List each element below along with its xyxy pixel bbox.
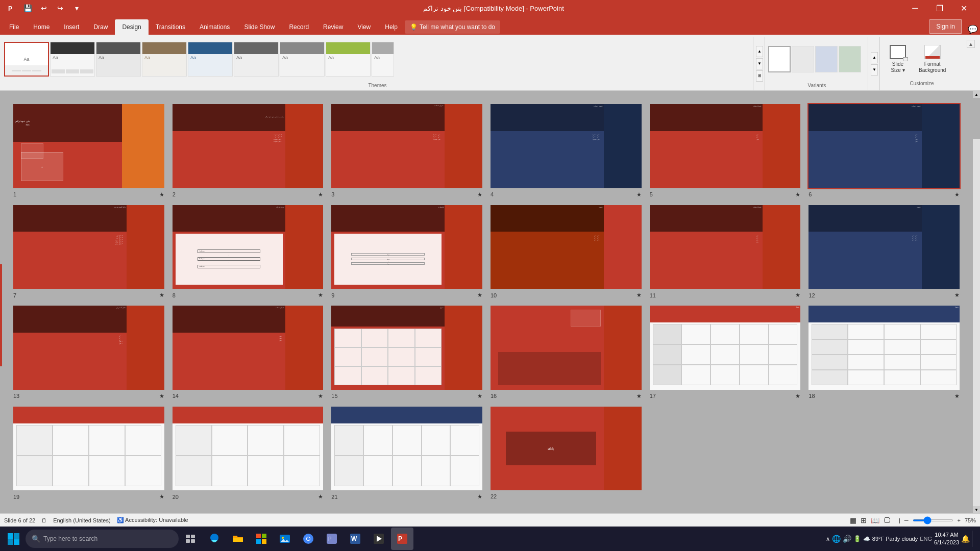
slide-item-13[interactable]: دلایل گسترش • متن• متن• متن• متن• متن 13…	[12, 305, 165, 399]
tab-design[interactable]: Design	[115, 19, 148, 35]
slide-thumb-6[interactable]: عنوان اسلاید متنمتنمتنمتن	[807, 103, 961, 189]
slide-thumb-19[interactable]	[12, 406, 165, 492]
photos-button[interactable]	[274, 528, 296, 550]
variant-item-4[interactable]	[839, 46, 861, 72]
tab-file[interactable]: File	[2, 19, 26, 35]
slide-item-18[interactable]: جدول	[807, 305, 961, 399]
slide-item-16[interactable]: 16★	[489, 305, 643, 399]
slide-item-19[interactable]: 19★	[12, 406, 165, 500]
themes-more[interactable]: ⊞	[756, 70, 763, 82]
tab-transitions[interactable]: Transitions	[149, 19, 192, 35]
slide-item-5[interactable]: عنوان اسلاید متنمتنمتن 5★	[649, 103, 802, 198]
slide-item-10[interactable]: عنوان متن متنمتن متنمتن متن 10★	[489, 204, 643, 299]
slide-panel[interactable]: بتن خود تراکمSCC ● 1★	[0, 91, 973, 513]
slide-item-6[interactable]: عنوان اسلاید متنمتنمتنمتن 6★	[807, 103, 961, 198]
media-button[interactable]	[368, 528, 390, 550]
variants-scroll-up[interactable]: ▲	[871, 52, 878, 63]
theme-item-5[interactable]: Aa	[188, 42, 233, 77]
scroll-up-button[interactable]: ▲	[973, 91, 980, 98]
zoom-out-button[interactable]: ─	[904, 517, 909, 523]
show-desktop-button[interactable]	[972, 531, 974, 547]
slide-thumb-4[interactable]: عنوان اسلاید متن محتوامتن محتوامتن محتوا	[489, 103, 643, 189]
theme-item-7[interactable]: Aa	[280, 42, 325, 77]
slide-item-8[interactable]: نمودار جریان مرحله ۱ ↓ مرحله ۲ ↓ مرحله ۳…	[172, 204, 325, 299]
slide-item-3[interactable]: عنوان اسلاید متن محتوامتن محتوامتن محتوا…	[330, 103, 483, 198]
normal-view-button[interactable]: ▦	[850, 516, 856, 524]
slide-thumb-3[interactable]: عنوان اسلاید متن محتوامتن محتوامتن محتوا	[330, 103, 483, 189]
tab-review[interactable]: Review	[316, 19, 350, 35]
sign-in-button[interactable]: Sign in	[929, 19, 962, 34]
network-icon[interactable]: 🌐	[832, 535, 841, 543]
undo-button[interactable]: ↩	[37, 3, 51, 14]
tab-draw[interactable]: Draw	[86, 19, 115, 35]
slide-item-14[interactable]: عنوان اسلاید متنمتنمتن 14★	[172, 305, 325, 399]
variant-item-2[interactable]	[792, 46, 814, 72]
reading-view-button[interactable]: 📖	[871, 516, 879, 524]
notes-button[interactable]: 🗒	[41, 517, 47, 523]
theme-item-9[interactable]: Aa	[372, 42, 394, 77]
variant-item-1[interactable]	[768, 46, 791, 72]
slide-thumb-8[interactable]: نمودار جریان مرحله ۱ ↓ مرحله ۲ ↓ مرحله ۳	[172, 204, 325, 290]
comments-button[interactable]: 💬	[966, 23, 980, 35]
word-button[interactable]: W	[344, 528, 366, 550]
chevron-icon[interactable]: ∧	[826, 536, 830, 542]
slide-sorter-button[interactable]: ⊞	[861, 516, 867, 524]
volume-icon[interactable]: 🔊	[843, 535, 851, 543]
slide-thumb-12[interactable]: عنوان متن متنمتن متنمتن متن	[807, 204, 961, 290]
tab-help[interactable]: Help	[378, 19, 405, 35]
tab-animations[interactable]: Animations	[192, 19, 237, 35]
tab-slideshow[interactable]: Slide Show	[237, 19, 282, 35]
store-button[interactable]	[250, 528, 273, 550]
slide-size-button[interactable]: SlideSize ▾	[885, 43, 911, 76]
slide-thumb-21[interactable]	[330, 406, 483, 492]
notifications-button[interactable]: 🔔	[961, 535, 970, 543]
slide-thumb-13[interactable]: دلایل گسترش • متن• متن• متن• متن• متن	[12, 305, 165, 391]
slide-thumb-22[interactable]: پایان	[489, 406, 643, 492]
weather-display[interactable]: ☁️ 89°F Partly cloudy	[863, 536, 918, 542]
slide-item-2[interactable]: مشخصات فنی بتن خود تراکم • متن نمونه• مت…	[172, 103, 325, 198]
right-scrollbar[interactable]: ▲ ▼	[973, 91, 980, 513]
start-button[interactable]	[2, 528, 24, 550]
slide-item-11[interactable]: عنوان اسلاید متنمتنمتنمتن 11★	[649, 204, 802, 299]
zoom-in-button[interactable]: +	[958, 517, 961, 523]
ribbon-collapse-button[interactable]: ▲	[967, 40, 975, 48]
slide-thumb-7[interactable]: دلایل گسترش بتن • دلیل اول• دلیل دوم• دل…	[12, 204, 165, 290]
chrome-button[interactable]	[297, 528, 320, 550]
tab-record[interactable]: Record	[282, 19, 316, 35]
slide-thumb-9[interactable]: فلوچارت مرحله ↓ مرحله ↓ مرحله	[330, 204, 483, 290]
tell-me-input[interactable]: 💡 Tell me what you want to do	[405, 20, 500, 34]
themes-scroll-up[interactable]: ▲	[756, 46, 763, 57]
presenter-view-button[interactable]: 🖵	[884, 516, 891, 524]
slide-thumb-10[interactable]: عنوان متن متنمتن متنمتن متن	[489, 204, 643, 290]
slide-thumb-11[interactable]: عنوان اسلاید متنمتنمتنمتن	[649, 204, 802, 290]
tab-insert[interactable]: Insert	[57, 19, 86, 35]
slide-item-20[interactable]: 20★	[172, 406, 325, 500]
redo-button[interactable]: ↪	[53, 3, 67, 14]
theme-item-4[interactable]: Aa	[142, 42, 187, 77]
slide-thumb-20[interactable]	[172, 406, 325, 492]
close-button[interactable]: ✕	[952, 0, 976, 16]
theme-item-1[interactable]: Aa	[4, 42, 49, 77]
qs-more-button[interactable]: ▾	[69, 3, 84, 14]
themes-scroll-down[interactable]: ▼	[756, 58, 763, 69]
slide-item-12[interactable]: عنوان متن متنمتن متنمتن متن 12★	[807, 204, 961, 299]
explorer-button[interactable]	[227, 528, 249, 550]
powerpoint-button[interactable]: P	[391, 528, 413, 550]
minimize-button[interactable]: ─	[903, 0, 927, 16]
restore-button[interactable]: ❐	[928, 0, 951, 16]
slide-thumb-15[interactable]: جدول	[330, 305, 483, 391]
scroll-down-button[interactable]: ▼	[973, 506, 980, 513]
slide-thumb-17[interactable]: جدول	[649, 305, 802, 391]
slide-item-21[interactable]: 21★	[330, 406, 483, 500]
save-button[interactable]: 💾	[20, 3, 35, 14]
theme-item-3[interactable]: Aa	[96, 42, 141, 77]
slide-thumb-14[interactable]: عنوان اسلاید متنمتنمتن	[172, 305, 325, 391]
slide-thumb-16[interactable]	[489, 305, 643, 391]
theme-item-6[interactable]: Aa	[234, 42, 279, 77]
slide-item-17[interactable]: جدول	[649, 305, 802, 399]
slide-thumb-18[interactable]: جدول	[807, 305, 961, 391]
slide-item-4[interactable]: عنوان اسلاید متن محتوامتن محتوامتن محتوا…	[489, 103, 643, 198]
slide-item-1[interactable]: بتن خود تراکمSCC ● 1★	[12, 103, 165, 198]
task-view-button[interactable]	[180, 528, 202, 550]
slide-thumb-2[interactable]: مشخصات فنی بتن خود تراکم • متن نمونه• مت…	[172, 103, 325, 189]
